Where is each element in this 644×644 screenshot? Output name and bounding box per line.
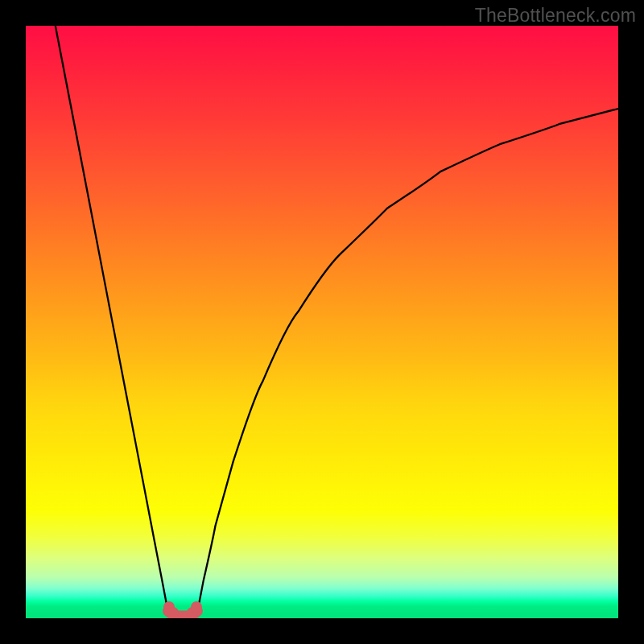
curve-left-branch: [56, 26, 168, 611]
curve-right-branch-real: [197, 109, 618, 611]
flat-minimum-right-dot-outer: [191, 601, 202, 613]
curve-right-branch: [197, 109, 618, 611]
bottleneck-curve: [26, 26, 618, 618]
flat-minimum-left-dot-inner: [167, 607, 179, 618]
chart-frame: TheBottleneck.com: [0, 0, 644, 644]
plot-area: [26, 26, 618, 618]
watermark-text: TheBottleneck.com: [475, 5, 636, 27]
